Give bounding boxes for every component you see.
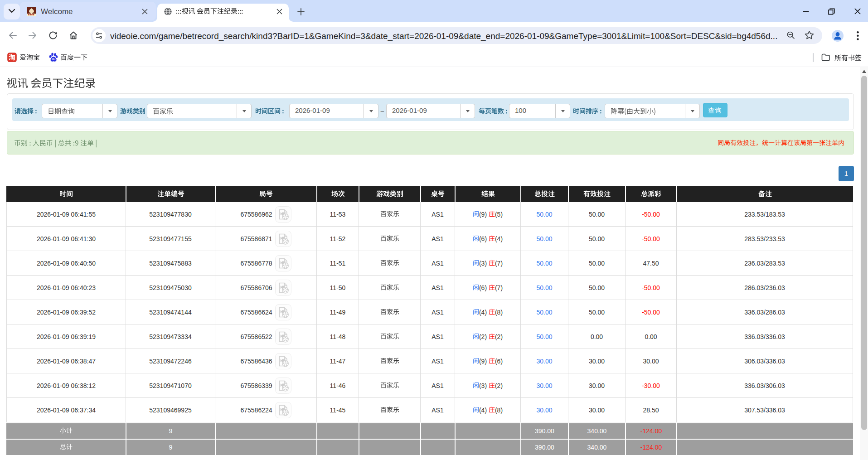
svg-text:du: du [52, 58, 55, 61]
